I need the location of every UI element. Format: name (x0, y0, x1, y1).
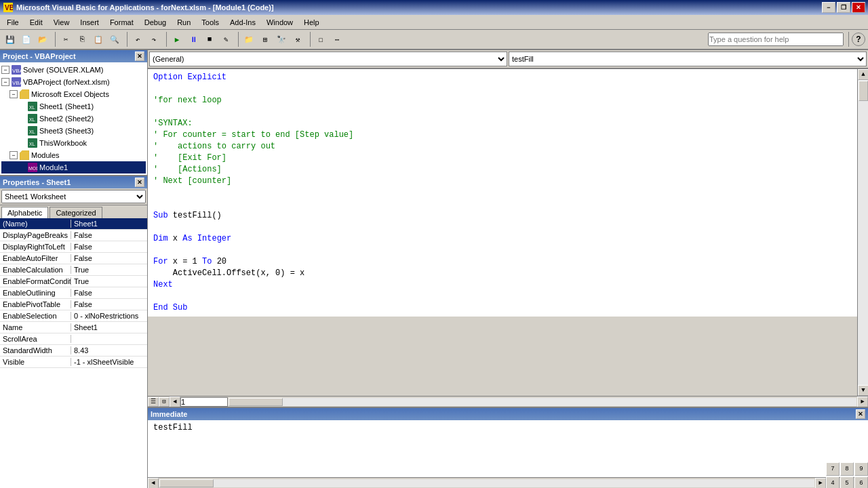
min-button[interactable]: − (822, 2, 835, 13)
tree-expand-modules[interactable]: − (9, 151, 18, 159)
props-row-scrollarea[interactable]: ScrollArea (0, 333, 147, 345)
numpad-btn[interactable]: 7 (826, 462, 840, 476)
tab-categorized[interactable]: Categorized (50, 207, 102, 218)
numpad-btn[interactable]: 9 (854, 462, 868, 476)
undo-button[interactable]: ↶ (130, 32, 145, 47)
new-button[interactable]: 📄 (19, 32, 34, 47)
code-line (153, 222, 852, 233)
properties-panel-close[interactable]: ✕ (135, 178, 144, 187)
props-row-visible[interactable]: Visible-1 - xlSheetVisible (0, 357, 147, 368)
menu-item-format[interactable]: Format (104, 17, 139, 28)
object-browser-button[interactable]: 🔭 (274, 32, 289, 47)
imm-hscroll-thumb[interactable] (159, 479, 214, 487)
hscroll-thumb[interactable] (229, 398, 283, 406)
paste-button[interactable]: 📋 (91, 32, 106, 47)
props-row-name[interactable]: NameSheet1 (0, 322, 147, 333)
tree-item-vbaproject[interactable]: −VBAVBAProject (forNext.xlsm) (1, 76, 146, 88)
code-proc-dropdown[interactable]: testFill (509, 52, 867, 66)
tree-item-module1[interactable]: MODModule1 (1, 161, 146, 174)
restore-button[interactable]: ❐ (837, 2, 850, 13)
view-mode-2[interactable]: ⊟ (159, 397, 170, 407)
userform-button[interactable]: ☐ (313, 32, 328, 47)
copy-button[interactable]: ⎘ (75, 32, 90, 47)
toolbox-button[interactable]: ⚒ (290, 32, 305, 47)
scroll-position-input[interactable] (180, 397, 228, 407)
menu-item-edit[interactable]: Edit (24, 17, 48, 28)
tree-item-thisworkbook[interactable]: XLThisWorkbook (1, 137, 146, 149)
tree-item-sheet2[interactable]: XLSheet2 (Sheet2) (1, 113, 146, 125)
imm-hscrollbar[interactable]: ◄ ► 7 8 9 4 5 6 1 2 3 (148, 477, 868, 488)
project-explorer-button[interactable]: 📁 (241, 32, 256, 47)
vscroll-thumb[interactable] (859, 81, 868, 101)
menu-item-debug[interactable]: Debug (139, 17, 172, 28)
code-line: End Sub (153, 302, 852, 314)
tree-expand-vbaproject[interactable]: − (1, 78, 9, 86)
design-button[interactable]: ✎ (218, 32, 233, 47)
code-editor[interactable]: Option Explicit 'for next loop 'SYNTAX:'… (148, 69, 857, 317)
menu-item-view[interactable]: View (48, 17, 75, 28)
props-row-enablepivottable[interactable]: EnablePivotTableFalse (0, 299, 147, 310)
redo-button[interactable]: ↷ (146, 32, 161, 47)
props-row-enableautofilter[interactable]: EnableAutoFilterFalse (0, 253, 147, 264)
numpad-btn[interactable]: 4 (826, 476, 840, 489)
hscroll-track[interactable] (229, 398, 856, 406)
tree-item-solver[interactable]: −VBASolver (SOLVER.XLAM) (1, 64, 146, 76)
code-vscrollbar[interactable]: ▲ ▼ (857, 69, 868, 396)
save-button[interactable]: 💾 (3, 32, 18, 47)
tab-alphabetic[interactable]: Alphabetic (1, 207, 48, 218)
menu-item-run[interactable]: Run (172, 17, 196, 28)
imm-hscroll-left[interactable]: ◄ (148, 478, 159, 489)
more-button[interactable]: ⋯ (330, 32, 344, 47)
props-row-enableselection[interactable]: EnableSelection0 - xlNoRestrictions (0, 310, 147, 322)
menu-item-help[interactable]: Help (298, 17, 325, 28)
cut-button[interactable]: ✂ (58, 32, 73, 47)
props-row-displayrighttoleft[interactable]: DisplayRightToLeftFalse (0, 241, 147, 253)
code-editor-wrap[interactable]: Option Explicit 'for next loop 'SYNTAX:'… (148, 69, 857, 396)
props-row-displaypagebreaks[interactable]: DisplayPageBreaksFalse (0, 230, 147, 241)
tree-item-ms-excel[interactable]: −Microsoft Excel Objects (1, 88, 146, 100)
imm-hscroll-right[interactable]: ► (815, 478, 826, 489)
menu-item-insert[interactable]: Insert (75, 17, 104, 28)
find-button[interactable]: 🔍 (107, 32, 122, 47)
tree-expand-solver[interactable]: − (1, 66, 9, 74)
props-row-standardwidth[interactable]: StandardWidth8.43 (0, 345, 147, 357)
hscroll-right[interactable]: ► (857, 396, 868, 407)
help-search[interactable] (708, 33, 844, 46)
hscroll-left[interactable]: ◄ (170, 396, 180, 407)
props-row-enablecalculation[interactable]: EnableCalculationTrue (0, 264, 147, 276)
vscroll-up[interactable]: ▲ (858, 69, 868, 80)
vscroll-track[interactable] (858, 80, 868, 385)
break-button[interactable]: ⏸ (186, 32, 201, 47)
tree-item-modules[interactable]: −Modules (1, 149, 146, 161)
tree-item-sheet1[interactable]: XLSheet1 (Sheet1) (1, 100, 146, 113)
numpad-btn[interactable]: 8 (840, 462, 854, 476)
tree-expand-ms-excel[interactable]: − (9, 90, 18, 98)
open-button[interactable]: 📂 (35, 32, 50, 47)
props-row-enableoutlining[interactable]: EnableOutliningFalse (0, 287, 147, 299)
menu-item-window[interactable]: Window (261, 17, 298, 28)
code-line: For x = 1 To 20 (153, 256, 852, 268)
properties-button[interactable]: ⊞ (258, 32, 273, 47)
stop-button[interactable]: ■ (202, 32, 217, 47)
view-mode-1[interactable]: ☰ (148, 397, 159, 407)
props-row-name[interactable]: (Name)Sheet1 (0, 218, 147, 230)
menu-item-add-ins[interactable]: Add-Ins (224, 17, 261, 28)
code-hscrollbar[interactable]: ☰ ⊟ ◄ ► (148, 396, 868, 407)
props-row-enableformatconditi[interactable]: EnableFormatConditiTrue (0, 276, 147, 287)
close-button[interactable]: ✕ (852, 2, 865, 13)
menu-item-file[interactable]: File (1, 17, 24, 28)
tree-item-sheet3[interactable]: XLSheet3 (Sheet3) (1, 125, 146, 137)
immediate-content[interactable]: testFill (148, 420, 868, 477)
project-panel-close[interactable]: ✕ (135, 52, 144, 61)
numpad-btn[interactable]: 6 (854, 476, 868, 489)
code-object-dropdown[interactable]: (General) (149, 52, 507, 66)
svg-marker-6 (20, 89, 29, 99)
imm-hscroll-track[interactable] (159, 479, 814, 487)
help-button[interactable]: ? (852, 33, 865, 46)
run-button[interactable]: ▶ (170, 32, 184, 47)
props-object-dropdown[interactable]: Sheet1 Worksheet (1, 190, 146, 203)
numpad-btn[interactable]: 5 (840, 476, 854, 489)
immediate-close[interactable]: ✕ (856, 409, 865, 419)
menu-item-tools[interactable]: Tools (196, 17, 224, 28)
vscroll-down[interactable]: ▼ (858, 385, 868, 396)
